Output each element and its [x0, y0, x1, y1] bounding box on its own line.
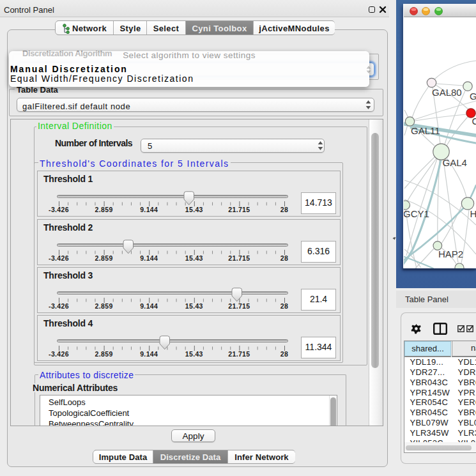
svg-text:GAL80: GAL80 [432, 87, 462, 98]
svg-text:HAP2: HAP2 [438, 249, 463, 259]
svg-text:HA: HA [470, 208, 476, 219]
svg-text:GA: GA [470, 91, 476, 102]
svg-text:CM: CM [472, 116, 476, 127]
svg-text:GAL4: GAL4 [443, 157, 467, 168]
svg-text:GAL11: GAL11 [411, 125, 440, 136]
svg-text:GCY1: GCY1 [404, 208, 429, 219]
